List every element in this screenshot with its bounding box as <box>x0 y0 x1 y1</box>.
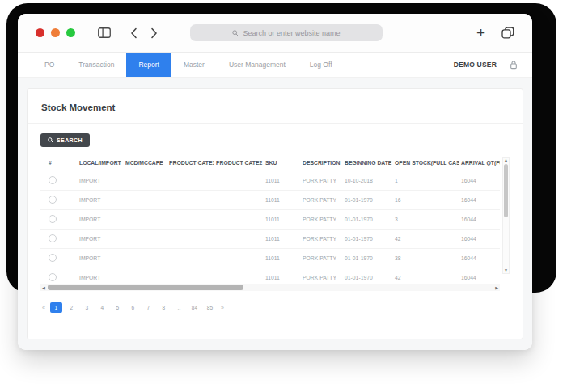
cell-mcd-mccafe <box>123 171 167 191</box>
cell-mcd-mccafe <box>123 210 167 230</box>
table-zone: #LOCAL/IMPORTMCD/MCCAFEPRODUCT CATE1PROD… <box>40 155 510 283</box>
column-header: SKU <box>263 155 300 171</box>
zoom-window-icon[interactable] <box>66 28 75 37</box>
scroll-up-icon[interactable]: ▲ <box>504 158 508 163</box>
pagination-next[interactable]: » <box>219 305 226 310</box>
pagination-page-2[interactable]: 2 <box>66 302 78 313</box>
cell-open-stock-full-case: 1 <box>392 171 459 191</box>
cell-mcd-mccafe <box>123 249 167 268</box>
forward-icon[interactable] <box>150 27 158 39</box>
cell-local-import: IMPORT <box>77 171 123 191</box>
username-label: DEMO USER <box>454 61 497 69</box>
pagination-page-3[interactable]: 3 <box>81 302 93 313</box>
cell-beginning-date: 10-10-2018 <box>342 171 392 191</box>
table-row: IMPORT11011PORK PATTY01-01-197038160440 <box>40 249 500 268</box>
column-header: DESCRIPTION <box>300 155 342 171</box>
cell-local-import: IMPORT <box>77 210 123 230</box>
tab-overview-icon[interactable] <box>501 27 514 39</box>
pagination-page-7[interactable]: 7 <box>142 302 154 313</box>
close-window-icon[interactable] <box>36 28 44 37</box>
search-icon <box>232 30 239 36</box>
cell-open-stock-full-case: 3 <box>392 210 459 230</box>
search-button[interactable]: SEARCH <box>40 133 90 147</box>
row-select-radio[interactable] <box>49 234 57 242</box>
column-header: OPEN STOCK(FULL CASE) <box>392 155 459 171</box>
cell-local-import: IMPORT <box>77 249 123 268</box>
pagination-page-84[interactable]: 84 <box>188 302 201 313</box>
cell-local-import: IMPORT <box>77 268 123 284</box>
column-header: LOCAL/IMPORT <box>77 155 123 171</box>
nav-item-po[interactable]: PO <box>32 53 66 77</box>
pagination-prev[interactable]: « <box>40 305 47 310</box>
column-header: MCD/MCCAFE <box>123 155 167 171</box>
cell-product-cate2 <box>214 191 263 210</box>
cell-sku: 11011 <box>263 268 300 284</box>
vertical-scrollbar-thumb[interactable] <box>504 164 508 217</box>
horizontal-scrollbar-thumb[interactable] <box>48 285 243 290</box>
row-select-radio[interactable] <box>49 176 57 184</box>
nav-item-user-management[interactable]: User Management <box>217 53 298 77</box>
cell-beginning-date: 01-01-1970 <box>342 268 392 284</box>
cell-arrival-qt-full: 16044 <box>459 171 500 191</box>
cell-open-stock-full-case: 42 <box>392 268 459 284</box>
row-select-radio[interactable] <box>49 196 57 204</box>
row-select-radio[interactable] <box>49 215 57 223</box>
cell-mcd-mccafe <box>123 230 167 249</box>
address-placeholder: Search or enter website name <box>243 29 340 37</box>
pagination-page-8[interactable]: 8 <box>158 302 170 313</box>
column-header: BEGINNING DATE <box>342 155 392 171</box>
traffic-lights <box>36 28 75 37</box>
cell-mcd-mccafe <box>123 191 167 210</box>
back-icon[interactable] <box>130 27 138 39</box>
cell-sku: 11011 <box>263 191 300 210</box>
cell-beginning-date: 01-01-1970 <box>342 230 392 249</box>
browser-toolbar: Search or enter website name + <box>18 14 532 53</box>
nav-item-transaction[interactable]: Transaction <box>66 53 126 77</box>
nav-item-report[interactable]: Report <box>126 53 171 77</box>
scroll-left-icon[interactable]: ◀ <box>42 285 45 290</box>
nav-item-master[interactable]: Master <box>171 53 217 77</box>
cell-product-cate2 <box>214 210 263 230</box>
horizontal-scrollbar[interactable]: ◀ ▶ <box>40 284 500 291</box>
vertical-scrollbar[interactable]: ▲ ▼ <box>502 157 510 274</box>
column-header: # <box>40 155 77 171</box>
table-row: IMPORT11011PORK PATTY01-01-197016160440 <box>40 191 500 210</box>
stock-movement-card: Stock Movement SEARCH <box>27 88 523 339</box>
table-row: IMPORT11011PORK PATTY01-01-197042160440 <box>40 230 500 249</box>
scroll-down-icon[interactable]: ▼ <box>504 268 508 273</box>
column-header: PRODUCT CATE1 <box>167 155 214 171</box>
cell-open-stock-full-case: 16 <box>392 191 459 210</box>
pagination-page-..[interactable]: .. <box>173 302 185 313</box>
cell-product-cate2 <box>214 171 263 191</box>
pagination-page-6[interactable]: 6 <box>127 302 139 313</box>
page-content: Stock Movement SEARCH <box>18 78 532 350</box>
cell-local-import: IMPORT <box>77 230 123 249</box>
app-navbar: POTransactionReportMasterUser Management… <box>18 53 532 78</box>
stock-movement-table: #LOCAL/IMPORTMCD/MCCAFEPRODUCT CATE1PROD… <box>40 155 500 283</box>
cell-product-cate1 <box>167 268 214 284</box>
scroll-right-icon[interactable]: ▶ <box>495 285 498 290</box>
cell-product-cate1 <box>167 230 214 249</box>
address-bar[interactable]: Search or enter website name <box>190 24 383 41</box>
pagination-page-5[interactable]: 5 <box>112 302 124 313</box>
new-tab-icon[interactable]: + <box>476 25 485 40</box>
cell-description: PORK PATTY <box>300 268 342 284</box>
cell-mcd-mccafe <box>123 268 167 284</box>
cell-beginning-date: 01-01-1970 <box>342 249 392 268</box>
minimize-window-icon[interactable] <box>51 28 60 37</box>
row-select-radio[interactable] <box>49 254 57 262</box>
pagination-page-4[interactable]: 4 <box>96 302 108 313</box>
pagination-page-1[interactable]: 1 <box>50 302 62 313</box>
cell-open-stock-full-case: 38 <box>392 249 459 268</box>
cell-sku: 11011 <box>263 210 300 230</box>
pagination-page-85[interactable]: 85 <box>204 302 216 313</box>
sidebar-toggle-icon[interactable] <box>98 27 111 38</box>
row-select-radio[interactable] <box>49 273 57 281</box>
cell-product-cate2 <box>214 230 263 249</box>
nav-item-log-off[interactable]: Log Off <box>298 53 345 77</box>
table-header-row: #LOCAL/IMPORTMCD/MCCAFEPRODUCT CATE1PROD… <box>40 155 500 171</box>
cell-product-cate1 <box>167 249 214 268</box>
cell-description: PORK PATTY <box>300 249 342 268</box>
page-title: Stock Movement <box>41 103 115 112</box>
lock-icon[interactable] <box>510 61 518 70</box>
